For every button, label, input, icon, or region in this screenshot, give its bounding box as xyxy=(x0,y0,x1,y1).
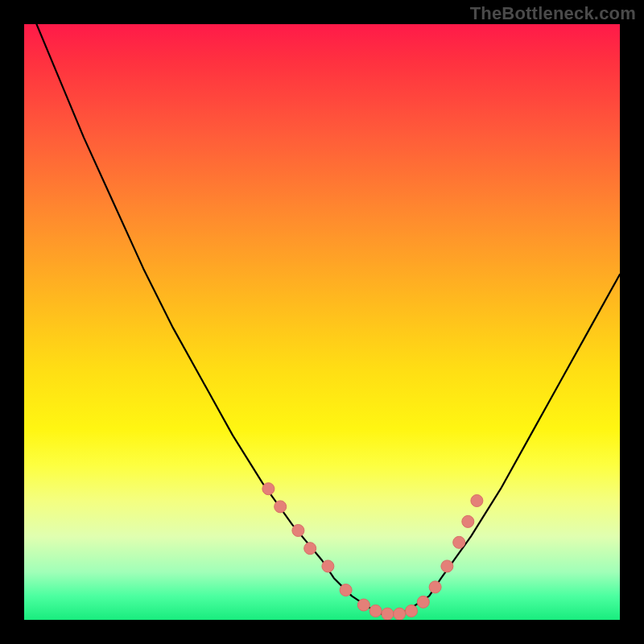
highlight-marker xyxy=(357,599,369,611)
bottleneck-curve-path xyxy=(24,24,620,614)
chart-frame: TheBottleneck.com xyxy=(0,0,644,644)
highlight-marker xyxy=(369,605,382,617)
highlight-marker xyxy=(429,581,441,593)
highlight-marker xyxy=(322,560,334,572)
highlight-marker xyxy=(292,525,304,537)
plot-area xyxy=(24,24,620,620)
highlight-markers xyxy=(262,483,483,620)
highlight-marker xyxy=(340,584,352,597)
highlight-marker xyxy=(275,501,287,513)
highlight-marker xyxy=(441,560,453,572)
highlight-marker xyxy=(262,483,275,495)
highlight-marker xyxy=(417,596,429,608)
curve-layer xyxy=(24,24,620,620)
highlight-marker xyxy=(406,605,418,617)
highlight-marker xyxy=(304,543,316,555)
highlight-marker xyxy=(453,536,465,548)
highlight-marker xyxy=(462,515,474,527)
watermark-text: TheBottleneck.com xyxy=(470,3,636,24)
highlight-marker xyxy=(471,495,483,507)
highlight-marker xyxy=(394,608,406,620)
highlight-marker xyxy=(382,608,394,620)
bottleneck-curve xyxy=(24,24,620,614)
